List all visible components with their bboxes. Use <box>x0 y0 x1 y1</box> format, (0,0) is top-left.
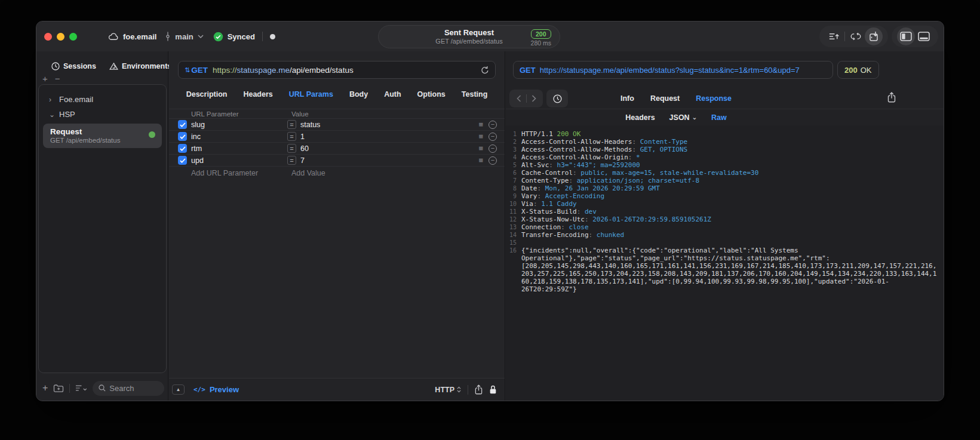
param-name-field[interactable]: inc <box>191 133 287 141</box>
panel-left-icon[interactable] <box>897 27 915 45</box>
line-content: Alt-Svc: h3=":443"; ma=2592000 <box>521 161 940 169</box>
unsaved-indicator-dot <box>270 34 275 39</box>
sidebar-item-request[interactable]: Request GET /api/embed/status <box>43 124 162 148</box>
sync-loop-icon[interactable] <box>847 27 865 45</box>
format-select[interactable]: HTTP <box>435 386 461 394</box>
param-remove-icon[interactable]: − <box>489 133 497 141</box>
param-options-icon[interactable]: ≡ <box>478 156 483 165</box>
sort-filter-icon[interactable] <box>75 384 87 392</box>
preview-button[interactable]: </> Preview <box>193 385 239 394</box>
param-remove-icon[interactable]: − <box>489 144 497 153</box>
add-param-value-placeholder[interactable]: Add Value <box>291 169 325 177</box>
tab-info[interactable]: Info <box>620 94 634 103</box>
url-path: /api/embed/status <box>290 66 354 75</box>
line-number: 7 <box>507 177 517 184</box>
zoom-button[interactable] <box>69 33 77 41</box>
line-content: Connection: close <box>521 223 940 231</box>
tab-headers[interactable]: Headers <box>243 90 272 99</box>
param-name-field[interactable]: upd <box>191 156 287 165</box>
format-label: HTTP <box>435 386 454 394</box>
tab-options[interactable]: Options <box>417 90 446 99</box>
sync-status[interactable]: Synced <box>213 32 255 42</box>
response-tabs: InfoRequestResponse <box>506 88 846 109</box>
response-body-viewer[interactable]: 1HTTP/1.1 200 OK2Access-Control-Allow-He… <box>506 125 944 401</box>
panel-bottom-icon[interactable] <box>915 27 933 45</box>
tab-body[interactable]: Body <box>349 90 368 99</box>
search-box[interactable] <box>93 381 164 396</box>
import-response-button[interactable] <box>865 27 883 45</box>
line-content: Access-Control-Allow-Methods: GET, OPTIO… <box>521 146 940 153</box>
tab-auth[interactable]: Auth <box>384 90 401 99</box>
subtab-raw[interactable]: Raw <box>711 113 727 122</box>
subtab-json[interactable]: JSON⌄ <box>669 113 697 122</box>
tab-request[interactable]: Request <box>650 94 680 103</box>
minimize-button[interactable] <box>57 33 64 41</box>
param-options-icon[interactable]: ≡ <box>478 120 483 129</box>
tree-item-hsp[interactable]: ⌄ HSP <box>42 107 163 122</box>
add-item-button[interactable]: + <box>42 383 48 393</box>
param-checkbox[interactable] <box>178 156 187 165</box>
response-line: 14Transfer-Encoding: chunked <box>507 231 940 239</box>
param-checkbox[interactable] <box>178 132 187 141</box>
request-item-title: Request <box>50 127 156 136</box>
sent-request-subtitle: GET /api/embed/status <box>435 38 502 46</box>
column-header-value: Value <box>291 110 309 118</box>
param-equals-icon[interactable]: = <box>287 156 296 165</box>
share-icon[interactable] <box>475 384 483 395</box>
request-method[interactable]: GET <box>191 66 208 75</box>
lock-icon[interactable] <box>489 384 497 395</box>
tab-url-params[interactable]: URL Params <box>289 90 333 99</box>
request-summary-text: Sent Request GET /api/embed/status <box>435 28 502 46</box>
param-equals-icon[interactable]: = <box>287 144 296 153</box>
search-input[interactable] <box>109 384 158 393</box>
param-value-field[interactable]: 7 <box>300 156 305 165</box>
tab-testing[interactable]: Testing <box>462 90 488 99</box>
tab-response[interactable]: Response <box>696 94 732 103</box>
line-number: 1 <box>507 130 517 138</box>
preview-label: Preview <box>210 385 239 394</box>
response-lines: 1HTTP/1.1 200 OK2Access-Control-Allow-He… <box>507 130 940 293</box>
line-content: Content-Type: application/json; charset=… <box>521 177 940 184</box>
request-tabs: DescriptionHeadersURL ParamsBodyAuthOpti… <box>169 86 505 103</box>
param-checkbox[interactable] <box>178 144 187 153</box>
tree-item-label: HSP <box>59 110 75 119</box>
tab-environments[interactable]: Environments <box>109 62 171 70</box>
export-request-button[interactable] <box>825 27 843 45</box>
cloud-icon <box>108 32 119 41</box>
tab-sessions[interactable]: Sessions <box>51 62 96 70</box>
sent-url-pill[interactable]: GET https://statuspage.me/api/embed/stat… <box>513 61 833 79</box>
subtab-headers[interactable]: Headers <box>625 113 655 122</box>
add-param-row[interactable]: Add URL Parameter Add Value <box>169 167 505 180</box>
param-name-field[interactable]: slug <box>191 121 287 129</box>
close-button[interactable] <box>44 33 52 41</box>
param-value-field[interactable]: 60 <box>300 144 309 153</box>
add-param-name-placeholder[interactable]: Add URL Parameter <box>191 169 291 177</box>
request-actions-group <box>819 26 888 47</box>
tree-item-foe-email[interactable]: › Foe.email <box>42 92 163 107</box>
request-url-bar[interactable]: ⇅ GET https://statuspage.me/api/embed/st… <box>178 61 496 79</box>
tab-description[interactable]: Description <box>186 90 228 99</box>
param-remove-icon[interactable]: − <box>489 121 497 129</box>
request-summary-pill[interactable]: Sent Request GET /api/embed/status 200 2… <box>378 25 560 48</box>
line-number: 10 <box>507 200 517 208</box>
new-folder-icon[interactable] <box>53 384 64 393</box>
refresh-icon[interactable] <box>481 66 489 75</box>
collapse-panel-icon[interactable]: ▲ <box>172 384 185 395</box>
param-value-field[interactable]: 1 <box>300 133 305 141</box>
project-switcher[interactable]: foe.email <box>108 32 156 41</box>
param-checkbox[interactable] <box>178 120 187 129</box>
branch-selector[interactable]: main <box>165 32 203 41</box>
export-response-icon[interactable] <box>887 92 896 103</box>
line-number: 8 <box>507 184 517 192</box>
param-value-field[interactable]: status <box>300 121 320 129</box>
add-session-button[interactable]: + <box>42 75 48 84</box>
param-options-icon[interactable]: ≡ <box>478 132 483 141</box>
param-equals-icon[interactable]: = <box>287 120 296 129</box>
param-remove-icon[interactable]: − <box>489 156 497 165</box>
remove-session-button[interactable]: − <box>55 75 60 84</box>
param-equals-icon[interactable]: = <box>287 132 296 141</box>
param-options-icon[interactable]: ≡ <box>478 144 483 153</box>
param-name-field[interactable]: rtm <box>191 144 287 153</box>
response-line: 5Alt-Svc: h3=":443"; ma=2592000 <box>507 161 940 169</box>
subtab-label: Headers <box>625 113 655 122</box>
